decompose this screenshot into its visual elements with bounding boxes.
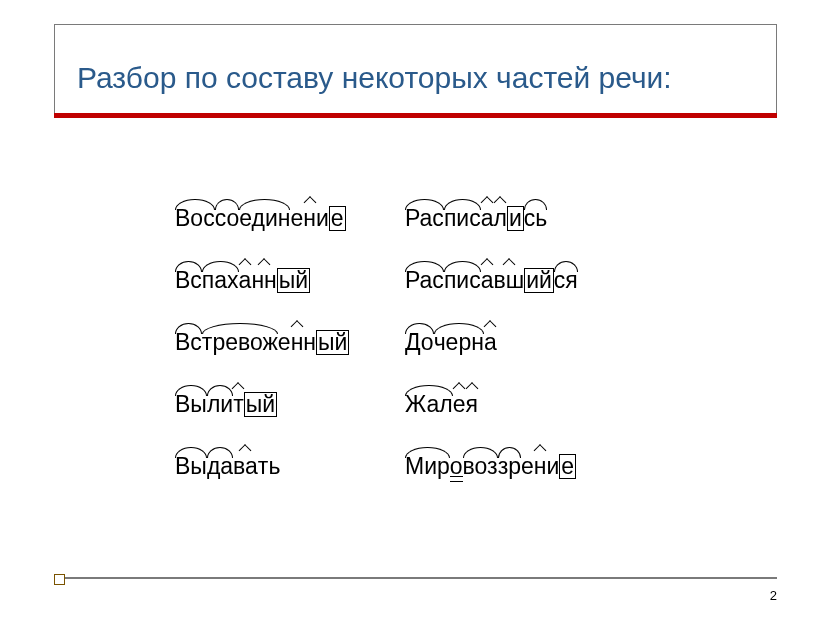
morpheme-segment: я — [466, 391, 478, 418]
morpheme-segment: ый — [277, 268, 310, 293]
accent-bar — [54, 113, 777, 118]
morpheme-segment: Мир — [405, 453, 450, 480]
morpheme-segment: а — [481, 267, 494, 294]
word-cell: Расписались — [405, 205, 635, 232]
table-row: ВспаханныйРасписавшийся — [175, 267, 665, 294]
slide-title: Разбор по составу некоторых частей речи: — [77, 61, 768, 95]
footer-divider — [54, 577, 777, 579]
footer-bullet-icon — [54, 574, 65, 585]
morpheme-segment: со — [215, 205, 240, 232]
word-cell: Воссоединение — [175, 205, 405, 232]
morpheme-segment: Вс — [175, 267, 202, 294]
word-cell: Мировоззрение — [405, 453, 635, 480]
slide-header: Разбор по составу некоторых частей речи: — [54, 24, 777, 118]
morpheme-segment: ий — [524, 268, 554, 293]
word-cell: Дочерна — [405, 329, 635, 356]
morpheme-segment: Вы — [175, 391, 207, 418]
morpheme-segment: е — [453, 391, 466, 418]
morpheme-segment: ени — [521, 453, 559, 480]
morpheme-segment: вш — [493, 267, 524, 294]
morpheme-segment: а — [239, 267, 252, 294]
word-cell: Выдавать — [175, 453, 405, 480]
morpheme-segment: л — [493, 205, 506, 232]
morpheme-segment: ли — [207, 391, 233, 418]
morpheme-segment: ся — [554, 267, 578, 294]
table-row: ВылитыйЖалея — [175, 391, 665, 418]
morpheme-segment: ть — [258, 453, 281, 480]
table-row: ВыдаватьМировоззрение — [175, 453, 665, 480]
morpheme-segment: Вы — [175, 453, 207, 480]
morpheme-segment: пис — [444, 205, 481, 232]
morpheme-segment: ый — [244, 392, 277, 417]
morpheme-segment: е — [559, 454, 576, 479]
morpheme-segment: До — [405, 329, 434, 356]
morpheme-segment: воз — [463, 453, 498, 480]
morpheme-segment: ва — [233, 453, 258, 480]
morpheme-segment: тревож — [202, 329, 278, 356]
morpheme-segment: а — [484, 329, 497, 356]
morpheme-segment: нн — [251, 267, 276, 294]
morpheme-segment: Вс — [175, 329, 202, 356]
table-row: ВстревоженныйДочерна — [175, 329, 665, 356]
morpheme-segment: а — [481, 205, 494, 232]
morpheme-segment: сь — [524, 205, 547, 232]
morpheme-segment: пис — [444, 267, 481, 294]
morpheme-segment: е — [329, 206, 346, 231]
title-frame: Разбор по составу некоторых частей речи: — [54, 24, 777, 114]
morpheme-segment: Рас — [405, 205, 444, 232]
word-analysis-table: ВоссоединениеРасписалисьВспаханныйРаспис… — [175, 205, 665, 515]
morpheme-segment: енн — [278, 329, 316, 356]
morpheme-segment: зр — [498, 453, 521, 480]
word-cell: Расписавшийся — [405, 267, 635, 294]
morpheme-segment: черн — [434, 329, 484, 356]
word-cell: Вспаханный — [175, 267, 405, 294]
morpheme-segment: и — [507, 206, 524, 231]
morpheme-segment: Рас — [405, 267, 444, 294]
morpheme-segment: о — [450, 453, 463, 480]
word-cell: Вылитый — [175, 391, 405, 418]
morpheme-segment: Вос — [175, 205, 215, 232]
morpheme-segment: един — [239, 205, 290, 232]
morpheme-segment: пах — [202, 267, 239, 294]
word-cell: Встревоженный — [175, 329, 405, 356]
morpheme-segment: да — [207, 453, 233, 480]
morpheme-segment: ени — [290, 205, 328, 232]
word-cell: Жалея — [405, 391, 635, 418]
morpheme-segment: ый — [316, 330, 349, 355]
morpheme-segment: т — [233, 391, 244, 418]
page-number: 2 — [770, 588, 777, 603]
table-row: ВоссоединениеРасписались — [175, 205, 665, 232]
morpheme-segment: Жал — [405, 391, 453, 418]
